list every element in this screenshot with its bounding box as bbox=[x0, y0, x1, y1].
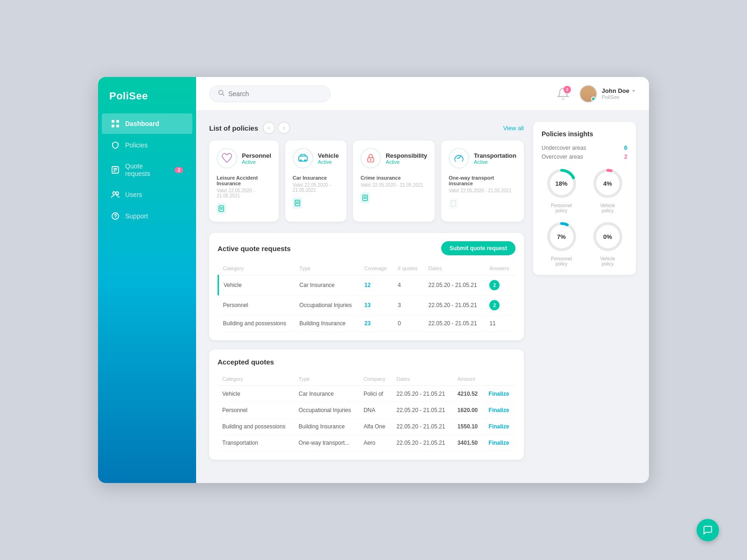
svg-rect-19 bbox=[295, 200, 300, 206]
user-profile[interactable]: John Doe PoliSee bbox=[579, 85, 636, 103]
svg-point-11 bbox=[219, 90, 223, 94]
col-company: Company bbox=[359, 372, 392, 386]
sidebar: PoliSee Dashboard Policies bbox=[98, 77, 196, 483]
svg-rect-1 bbox=[116, 120, 119, 123]
sidebar-item-quote-requests[interactable]: Quote requests 2 bbox=[102, 156, 192, 183]
donut-pct-1: 18% bbox=[555, 180, 567, 187]
sidebar-item-dashboard[interactable]: Dashboard bbox=[102, 113, 192, 134]
responsibility-policy-icon bbox=[360, 148, 381, 168]
submit-quote-btn[interactable]: Submit quote request bbox=[441, 241, 515, 255]
donut-label-2: Vehiclepolicy bbox=[600, 203, 615, 213]
support-icon bbox=[111, 212, 120, 220]
donut-vehicle-policy-2: 0% Vehiclepolicy bbox=[588, 220, 627, 266]
finalize-link[interactable]: Finalize bbox=[489, 407, 509, 413]
chevron-down-icon bbox=[631, 89, 636, 93]
policies-section-header: List of policies ‹ › View all bbox=[209, 122, 524, 134]
donut-label-3: Personnelpolicy bbox=[551, 256, 572, 266]
svg-rect-13 bbox=[219, 206, 224, 211]
accepted-quotes-table: Category Type Company Dates Amount Vehic… bbox=[218, 372, 515, 451]
notifications-badge: 2 bbox=[564, 86, 571, 93]
svg-rect-0 bbox=[112, 120, 114, 123]
user-name: John Doe bbox=[602, 87, 636, 94]
donut-personnel-policy-1: 18% Personnelpolicy bbox=[542, 167, 581, 213]
col-amount: Amount bbox=[453, 372, 484, 386]
doc-icon-vehicle bbox=[293, 197, 302, 209]
svg-line-12 bbox=[222, 94, 224, 96]
sidebar-nav: Dashboard Policies Quote requests bbox=[98, 113, 196, 226]
policy-next-button[interactable]: › bbox=[278, 122, 290, 134]
accepted-quotes-header: Accepted quotes bbox=[218, 358, 515, 366]
col-type: Type bbox=[295, 262, 359, 275]
sidebar-item-users[interactable]: Users bbox=[102, 184, 192, 205]
donut-label-1: Personnelpolicy bbox=[551, 203, 572, 213]
overcover-value: 2 bbox=[624, 153, 627, 160]
svg-rect-3 bbox=[116, 125, 119, 127]
search-input[interactable] bbox=[228, 90, 322, 98]
main-area: 2 John Doe PoliSee bbox=[196, 77, 649, 483]
svg-point-8 bbox=[113, 192, 116, 195]
avatar bbox=[579, 85, 597, 103]
answer-badge: 2 bbox=[489, 280, 500, 290]
insights-title: Policies insights bbox=[542, 130, 627, 138]
col-answers: Answers bbox=[485, 262, 515, 275]
quote-requests-icon bbox=[111, 166, 120, 174]
finalize-link[interactable]: Finalize bbox=[489, 423, 509, 430]
sidebar-item-policies[interactable]: Policies bbox=[102, 135, 192, 155]
search-icon bbox=[218, 90, 225, 98]
chat-button[interactable] bbox=[697, 519, 719, 541]
finalize-link[interactable]: Finalize bbox=[489, 391, 509, 397]
insights-panel: Policies insights Undercover areas 6 Ove… bbox=[533, 122, 636, 275]
col-category: Category bbox=[218, 372, 294, 386]
table-row: Building and possessions Building Insura… bbox=[218, 315, 516, 332]
sidebar-item-support[interactable]: Support bbox=[102, 206, 192, 226]
policy-cards-grid: Personnel Active Leisure Accident Insura… bbox=[209, 140, 524, 222]
table-row: Personnel Occupational Injuries DNA 22.0… bbox=[218, 402, 515, 419]
header: 2 John Doe PoliSee bbox=[196, 77, 649, 111]
policy-card-transportation[interactable]: Transportation Active One-way transport … bbox=[441, 140, 524, 222]
view-all-link[interactable]: View all bbox=[503, 125, 524, 132]
content-left: List of policies ‹ › View all bbox=[209, 122, 524, 472]
overcover-label: Overcover areas bbox=[542, 154, 583, 160]
sidebar-label-users: Users bbox=[125, 191, 142, 198]
answer-badge: 2 bbox=[489, 300, 500, 310]
online-indicator bbox=[591, 97, 596, 101]
policy-nav-arrows: ‹ › bbox=[263, 122, 290, 134]
quote-requests-header: Active quote requests Submit quote reque… bbox=[218, 241, 515, 255]
col-category: Category bbox=[218, 262, 295, 275]
users-icon bbox=[111, 190, 120, 199]
doc-icon-transportation bbox=[449, 198, 458, 209]
undercover-value: 6 bbox=[624, 144, 627, 151]
notifications-button[interactable]: 2 bbox=[554, 85, 572, 103]
personnel-policy-icon bbox=[217, 148, 237, 168]
search-box[interactable] bbox=[209, 85, 331, 102]
donut-pct-3: 7% bbox=[557, 233, 566, 240]
finalize-link[interactable]: Finalize bbox=[489, 440, 509, 446]
doc-icon-personnel bbox=[217, 203, 226, 214]
policies-title: List of policies ‹ › bbox=[209, 122, 290, 134]
user-company: PoliSee bbox=[602, 94, 636, 100]
table-row: Transportation One-way transport... Aero… bbox=[218, 435, 515, 451]
sidebar-label-policies: Policies bbox=[125, 141, 148, 149]
app-logo: PoliSee bbox=[98, 77, 196, 113]
content-area: List of policies ‹ › View all bbox=[196, 111, 649, 483]
quote-requests-title: Active quote requests bbox=[218, 245, 291, 252]
sidebar-label-dashboard: Dashboard bbox=[125, 120, 159, 127]
table-row: Vehicle Car Insurance Polici of 22.05.20… bbox=[218, 386, 515, 402]
col-quotes: # quotes bbox=[393, 262, 424, 275]
quote-requests-badge: 2 bbox=[175, 167, 183, 173]
svg-point-10 bbox=[112, 213, 119, 219]
svg-rect-22 bbox=[368, 158, 374, 162]
policy-card-personnel[interactable]: Personnel Active Leisure Accident Insura… bbox=[209, 140, 279, 222]
svg-point-18 bbox=[304, 160, 306, 161]
quote-requests-section: Active quote requests Submit quote reque… bbox=[209, 233, 524, 340]
col-dates: Dates bbox=[392, 372, 453, 386]
policy-prev-button[interactable]: ‹ bbox=[263, 122, 275, 134]
col-type: Type bbox=[294, 372, 359, 386]
col-action bbox=[484, 372, 515, 386]
policy-card-responsibility[interactable]: Responsibility Active Crime insurance Va… bbox=[353, 140, 435, 222]
svg-rect-24 bbox=[363, 195, 367, 201]
quote-requests-table: Category Type Coverage # quotes Dates An… bbox=[218, 262, 515, 332]
sidebar-label-support: Support bbox=[125, 212, 148, 220]
svg-point-17 bbox=[300, 160, 302, 161]
policy-card-vehicle[interactable]: Vehicle Active Car Insurance Valid22.05.… bbox=[285, 140, 346, 222]
